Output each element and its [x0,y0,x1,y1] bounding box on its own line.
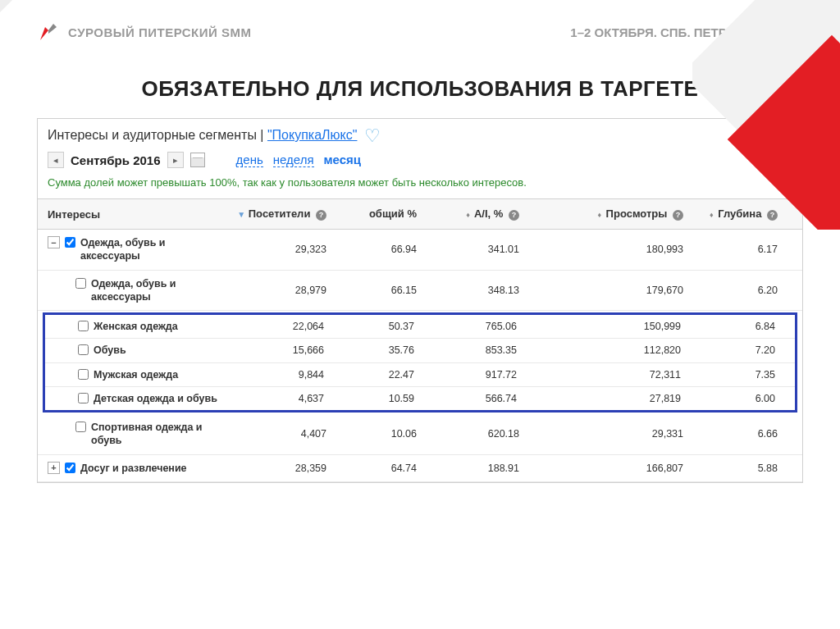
favorite-icon[interactable]: ♡ [364,125,381,146]
cell-depth: 6.20 [683,285,778,296]
row-name-text: Одежда, обувь и аксессуары [80,236,220,263]
cell-views: 179,670 [519,285,683,296]
row-checkbox[interactable] [78,393,89,403]
help-icon[interactable]: ? [509,210,519,221]
cell-visitors: 15,666 [217,344,324,356]
cell-visitors: 28,359 [220,463,326,474]
cell-pct: 50.37 [324,321,414,332]
row-checkbox[interactable] [65,463,75,473]
cell-al: 853.35 [414,344,517,356]
row-name-text: Спортивная одежда и обувь [91,421,220,448]
table-row: Обувь15,66635.76853.35112,8207.20 [45,339,795,362]
cell-depth: 7.35 [681,369,775,381]
row-checkbox[interactable] [78,369,89,380]
breadcrumb-link[interactable]: "ПокупкаЛюкс" [267,128,358,142]
cell-pct: 10.59 [324,393,414,404]
col-header-al[interactable]: ♦ A/I, % ? [417,207,519,221]
granularity-week[interactable]: неделя [273,153,314,167]
col-header-name[interactable]: Интересы [48,207,220,221]
cell-al: 341.01 [417,244,519,255]
sort-icon: ♦ [466,211,470,219]
svg-marker-0 [40,27,48,40]
cell-pct: 66.94 [326,244,417,255]
brand-text: СУРОВЫЙ ПИТЕРСКИЙ SMM [68,25,251,39]
cell-al: 765.06 [414,321,517,332]
cell-visitors: 9,844 [217,369,324,381]
row-name-text: Женская одежда [94,320,178,333]
brand: СУРОВЫЙ ПИТЕРСКИЙ SMM [37,21,251,43]
cell-visitors: 22,064 [217,321,324,332]
slide-title: ОБЯЗАТЕЛЬНО ДЛЯ ИСПОЛЬЗОВАНИЯ В ТАРГЕТЕ [0,76,840,102]
cell-pct: 66.15 [326,285,417,296]
cell-pct: 35.76 [324,344,414,356]
cell-visitors: 28,979 [220,285,326,296]
cell-name: Обувь [50,344,217,357]
cell-visitors: 29,323 [220,244,326,255]
cell-name: Женская одежда [50,320,217,333]
sort-icon: ♦ [597,211,601,219]
cell-depth: 6.17 [683,244,778,255]
cell-views: 112,820 [517,344,681,356]
granularity-tabs: день неделя месяц [236,153,362,167]
table-row: Мужская одежда9,84422.47917.7272,3117.35 [45,363,795,387]
decorative-corner-left [0,0,21,21]
help-icon[interactable]: ? [316,210,326,221]
cell-depth: 5.88 [683,463,778,474]
cell-al: 620.18 [417,428,519,440]
help-icon[interactable]: ? [673,210,683,221]
report-panel: Интересы и аудиторные сегменты | "Покупк… [37,118,803,483]
col-header-views[interactable]: ♦ Просмотры ? [519,207,683,221]
row-checkbox[interactable] [75,422,86,432]
table-row: Женская одежда22,06450.37765.06150,9996.… [45,315,795,339]
row-checkbox[interactable] [75,278,86,289]
row-name-text: Мужская одежда [94,368,178,381]
col-header-depth[interactable]: ♦ Глубина ? [683,207,778,221]
cell-pct: 10.06 [326,428,417,440]
breadcrumb-label: Интересы и аудиторные сегменты | [48,128,267,142]
row-name-text: Обувь [94,344,126,357]
date-row: ◂ Сентябрь 2016 ▸ день неделя месяц [48,152,792,168]
cell-depth: 6.66 [683,428,778,440]
cell-al: 348.13 [417,285,519,296]
table-body: −Одежда, обувь и аксессуары29,32366.9434… [38,230,802,482]
cell-al: 566.74 [414,393,517,404]
cell-visitors: 4,407 [220,428,326,440]
row-checkbox[interactable] [65,237,75,248]
cell-depth: 6.00 [681,393,775,404]
cell-name: Спортивная одежда и обувь [48,421,220,448]
cell-views: 150,999 [517,321,681,332]
cell-al: 188.91 [417,463,519,474]
expand-button[interactable]: + [48,462,60,474]
row-checkbox[interactable] [78,321,89,331]
prev-period-button[interactable]: ◂ [48,152,64,168]
collapse-button[interactable]: − [48,236,60,248]
interests-table: Интересы ▼ Посетители ? общий % ♦ A/I, %… [38,198,802,482]
note-text: Сумма долей может превышать 100%, так ка… [48,176,792,189]
cell-name: Детская одежда и обувь [50,392,217,405]
sort-desc-icon: ▼ [237,210,245,219]
col-header-visitors[interactable]: ▼ Посетители ? [220,207,326,221]
calendar-icon[interactable] [190,153,205,167]
cell-views: 27,819 [517,393,681,404]
cell-depth: 7.20 [681,344,775,356]
sort-icon: ♦ [710,211,714,219]
col-header-pct[interactable]: общий % [326,207,417,221]
help-icon[interactable]: ? [767,210,778,221]
granularity-month[interactable]: месяц [324,153,362,167]
highlight-box: Женская одежда22,06450.37765.06150,9996.… [43,312,797,412]
cell-pct: 64.74 [326,463,417,474]
report-top: Интересы и аудиторные сегменты | "Покупк… [38,119,802,192]
brand-logo-icon [37,21,60,43]
cell-visitors: 4,637 [217,393,324,404]
cell-views: 72,311 [517,369,681,381]
table-header: Интересы ▼ Посетители ? общий % ♦ A/I, %… [38,198,802,230]
cell-views: 29,331 [519,428,683,440]
row-name-text: Детская одежда и обувь [94,392,217,405]
table-row: −Одежда, обувь и аксессуары29,32366.9434… [38,230,802,271]
cell-name: −Одежда, обувь и аксессуары [48,236,220,263]
next-period-button[interactable]: ▸ [167,152,184,168]
cell-views: 180,993 [519,244,683,255]
granularity-day[interactable]: день [236,153,263,167]
row-checkbox[interactable] [78,344,89,355]
slide-header: СУРОВЫЙ ПИТЕРСКИЙ SMM 1–2 ОКТЯБРЯ. СПБ. … [0,0,840,52]
